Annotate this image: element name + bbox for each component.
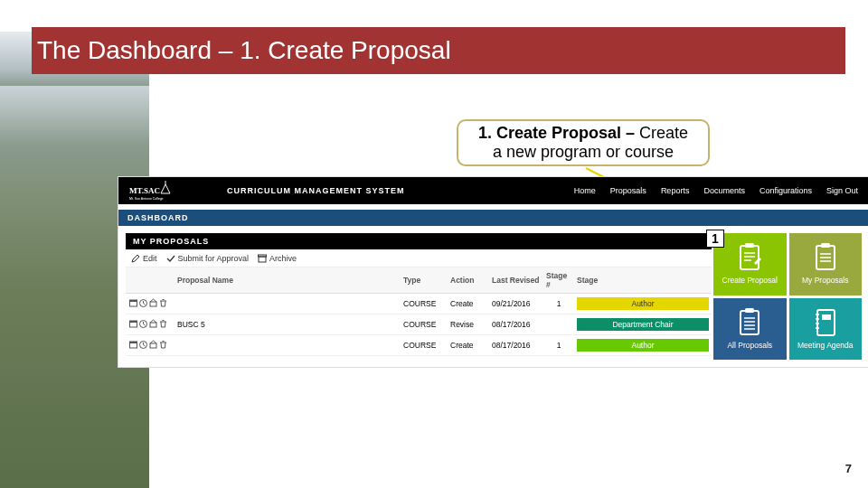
pencil-icon — [131, 254, 140, 263]
table-row[interactable]: COURSECreate08/17/20161Author — [126, 335, 712, 356]
col-type[interactable]: Type — [401, 267, 448, 294]
nav-proposals[interactable]: Proposals — [610, 186, 646, 195]
proposals-table: Proposal Name Type Action Last Revised S… — [126, 267, 712, 356]
cell-name — [175, 335, 401, 356]
callout-bubble: 1. Create Proposal – Create a new progra… — [457, 119, 710, 166]
cell-stage: Author — [574, 294, 712, 314]
cell-date: 08/17/2016 — [489, 335, 543, 356]
cell-name — [175, 294, 401, 314]
cell-action: Create — [448, 335, 489, 356]
edit-label: Edit — [143, 254, 157, 263]
panel-toolbar: Edit Submit for Approval Archive — [126, 249, 712, 267]
callout-text: 1. Create Proposal – Create a new progra… — [478, 124, 688, 161]
svg-rect-28 — [741, 311, 759, 334]
tile-label: All Proposals — [727, 341, 772, 350]
cell-type: COURSE — [401, 294, 448, 314]
cell-date: 09/21/2016 — [489, 294, 543, 314]
archive-icon — [258, 254, 267, 263]
cell-stage-n — [543, 314, 574, 335]
edit-button[interactable]: Edit — [131, 254, 157, 263]
dashboard-label: DASHBOARD — [127, 213, 189, 222]
svg-rect-39 — [822, 314, 831, 320]
cell-date: 08/17/2016 — [489, 314, 543, 335]
svg-rect-7 — [130, 300, 137, 302]
system-title: CURRICULUM MANAGEMENT SYSTEM — [227, 186, 405, 195]
svg-rect-34 — [817, 310, 835, 335]
svg-rect-11 — [130, 321, 137, 323]
svg-rect-19 — [745, 243, 754, 248]
col-stage[interactable]: Stage — [574, 267, 712, 294]
submit-button[interactable]: Submit for Approval — [166, 254, 250, 263]
svg-rect-5 — [259, 255, 267, 257]
row-actions[interactable] — [126, 314, 175, 335]
svg-text:MT.: MT. — [129, 186, 144, 195]
college-name: Mt. San Antonio College — [129, 197, 164, 201]
nav-sign-out[interactable]: Sign Out — [826, 186, 858, 195]
nav-documents[interactable]: Documents — [703, 186, 745, 195]
svg-rect-13 — [150, 323, 156, 327]
row-actions[interactable] — [126, 335, 175, 356]
archive-button[interactable]: Archive — [258, 254, 297, 263]
svg-rect-18 — [741, 246, 759, 269]
cell-name: BUSC 5 — [175, 314, 401, 335]
col-last-revised[interactable]: Last Revised — [489, 267, 543, 294]
clipboard-list-icon — [737, 308, 762, 337]
panel-title: MY PROPOSALS — [126, 233, 712, 249]
table-row[interactable]: COURSECreate09/21/20161Author — [126, 294, 712, 314]
cell-stage: Author — [574, 335, 712, 356]
check-icon — [166, 254, 175, 263]
col-proposal-name[interactable]: Proposal Name — [175, 267, 401, 294]
tile-meeting-agenda[interactable]: Meeting Agenda — [789, 298, 863, 361]
my-proposals-panel: MY PROPOSALS Edit Submit for Approval Ar… — [126, 233, 712, 360]
nav-reports[interactable]: Reports — [661, 186, 690, 195]
nav-home[interactable]: Home — [574, 186, 596, 195]
tile-create-proposal[interactable]: Create Proposal — [713, 233, 787, 296]
cell-type: COURSE — [401, 314, 448, 335]
clipboard-icon — [813, 243, 838, 272]
app-screenshot: MT. SAC Mt. San Antonio College CURRICUL… — [118, 176, 868, 368]
college-logo: MT. SAC Mt. San Antonio College — [129, 181, 173, 201]
col-action[interactable]: Action — [448, 267, 489, 294]
cell-action: Revise — [448, 314, 489, 335]
svg-rect-29 — [745, 308, 754, 313]
svg-rect-4 — [259, 257, 266, 262]
nav-configurations[interactable]: Configurations — [760, 186, 812, 195]
cell-type: COURSE — [401, 335, 448, 356]
slide-title: The Dashboard – 1. Create Proposal — [37, 36, 451, 65]
col-stage-num[interactable]: Stage # — [543, 267, 574, 294]
badge-number: 1 — [712, 231, 719, 246]
svg-rect-17 — [150, 343, 156, 348]
submit-label: Submit for Approval — [178, 254, 250, 263]
table-header-row: Proposal Name Type Action Last Revised S… — [126, 267, 712, 294]
tile-label: Meeting Agenda — [797, 341, 853, 350]
cell-stage-n: 1 — [543, 294, 574, 314]
cell-stage-n: 1 — [543, 335, 574, 356]
clipboard-plus-icon — [737, 243, 762, 272]
cell-stage: Department Chair — [574, 314, 712, 335]
page-number: 7 — [845, 462, 852, 475]
callout-line2: a new program or course — [493, 143, 674, 161]
cell-action: Create — [448, 294, 489, 314]
table-row[interactable]: BUSC 5COURSERevise08/17/2016Department C… — [126, 314, 712, 335]
dashboard-band: DASHBOARD — [118, 210, 868, 226]
svg-text:SAC: SAC — [144, 186, 160, 195]
notebook-icon — [813, 308, 838, 337]
svg-rect-24 — [821, 243, 830, 248]
tile-label: My Proposals — [802, 276, 849, 285]
tile-my-proposals[interactable]: My Proposals — [789, 233, 863, 296]
tile-all-proposals[interactable]: All Proposals — [713, 298, 787, 361]
callout-bold: 1. Create Proposal – — [478, 124, 639, 142]
col-icons — [126, 267, 175, 294]
tile-label: Create Proposal — [722, 276, 778, 285]
row-actions[interactable] — [126, 294, 175, 314]
svg-rect-9 — [150, 302, 156, 306]
app-top-bar: MT. SAC Mt. San Antonio College CURRICUL… — [118, 177, 868, 204]
archive-label: Archive — [269, 254, 297, 263]
slide: The Dashboard – 1. Create Proposal 1. Cr… — [0, 0, 868, 488]
callout-rest1: Create — [639, 124, 688, 142]
dashboard-tiles: Create Proposal My Proposals — [713, 233, 862, 360]
slide-title-bar: The Dashboard – 1. Create Proposal — [32, 27, 845, 74]
annotation-badge: 1 — [706, 230, 724, 248]
top-nav: Home Proposals Reports Documents Configu… — [574, 186, 868, 195]
svg-rect-15 — [130, 342, 137, 343]
